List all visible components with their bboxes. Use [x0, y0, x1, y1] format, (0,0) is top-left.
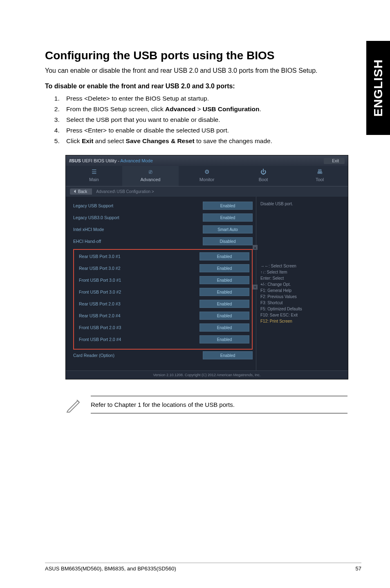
setting-row[interactable]: Rear USB Port 2.0 #4Enabled: [76, 312, 249, 320]
help-key-line: →←: Select Screen: [260, 263, 342, 269]
setting-label: Rear USB Port 2.0 #3: [76, 301, 199, 306]
setting-label: Rear USB Port 3.0 #1: [76, 254, 199, 259]
tab-boot[interactable]: ⏻Boot: [235, 166, 291, 186]
setting-row[interactable]: Intel xHCI ModeSmart Auto: [73, 225, 253, 233]
step-4: Press <Enter> to enable or disable the s…: [61, 127, 361, 134]
note-text: Refer to Chapter 1 for the locations of …: [91, 396, 347, 413]
setting-label: EHCI Hand-off: [73, 239, 203, 244]
bios-settings-panel: Legacy USB SupportEnabledLegacy USB3.0 S…: [66, 197, 256, 370]
tab-advanced[interactable]: ⎚Advanced: [122, 166, 179, 186]
help-keys-list: →←: Select Screen↑↓: Select ItemEnter: S…: [260, 263, 342, 324]
bios-tabs: ☰Main ⎚Advanced ⚙Monitor ⏻Boot 🖶Tool: [66, 166, 348, 186]
setting-label: Legacy USB Support: [73, 203, 203, 208]
highlighted-ports-box: Rear USB Port 3.0 #1EnabledRear USB Port…: [73, 249, 253, 350]
power-icon: ⏻: [235, 168, 291, 176]
setting-value[interactable]: Enabled: [199, 335, 249, 343]
setting-value[interactable]: Smart Auto: [203, 225, 253, 233]
setting-value[interactable]: Disabled: [203, 237, 253, 245]
tab-tool[interactable]: 🖶Tool: [291, 166, 348, 186]
help-key-line: F10: Save ESC: Exit: [260, 312, 342, 318]
setting-value[interactable]: Enabled: [203, 351, 253, 359]
setting-row[interactable]: Rear USB Port 3.0 #2Enabled: [76, 264, 249, 272]
footer-page-number: 57: [356, 566, 361, 572]
setting-row[interactable]: Legacy USB3.0 SupportEnabled: [73, 213, 253, 222]
step-2: From the BIOS Setup screen, click Advanc…: [61, 105, 361, 113]
setting-label: Rear USB Port 3.0 #2: [76, 266, 199, 271]
setting-value[interactable]: Enabled: [199, 323, 249, 332]
help-key-line: F2: Previous Values: [260, 294, 342, 300]
footer-left: ASUS BM6635(MD560), BM6835, and BP6335(S…: [45, 566, 176, 572]
steps-list: Press <Delete> to enter the BIOS Setup a…: [45, 95, 361, 145]
help-key-line: ↑↓: Select Item: [260, 269, 342, 275]
bios-title: /ISUS UEFI BIOS Utility - Advanced Mode: [69, 158, 153, 163]
help-description: Disable USB port.: [260, 202, 342, 263]
help-key-line: F3: Shortcut: [260, 300, 342, 306]
tab-main[interactable]: ☰Main: [66, 166, 122, 186]
breadcrumb: Back Advanced\ USB Configuration >: [66, 186, 348, 197]
setting-row[interactable]: Front USB Port 3.0 #1Enabled: [76, 276, 249, 284]
language-tab-text: ENGLISH: [371, 59, 385, 117]
page-heading: Configuring the USB ports using the BIOS: [45, 49, 361, 62]
setting-label: Front USB Port 2.0 #3: [76, 325, 199, 330]
list-icon: ☰: [66, 168, 122, 176]
tab-monitor[interactable]: ⚙Monitor: [179, 166, 235, 186]
bios-screenshot: /ISUS UEFI BIOS Utility - Advanced Mode …: [65, 155, 348, 379]
back-button[interactable]: Back: [70, 189, 92, 195]
exit-button[interactable]: Exit: [324, 158, 345, 164]
setting-row[interactable]: Legacy USB SupportEnabled: [73, 202, 253, 210]
setting-value[interactable]: Enabled: [203, 213, 253, 222]
language-tab: ENGLISH: [366, 41, 390, 135]
chip-icon: ⎚: [122, 168, 179, 176]
help-key-line: F12: Print Screen: [260, 318, 342, 324]
note-box: Refer to Chapter 1 for the locations of …: [65, 396, 347, 413]
setting-row[interactable]: EHCI Hand-offDisabled: [73, 237, 253, 245]
setting-label: Intel xHCI Mode: [73, 227, 203, 232]
help-key-line: +/-: Change Opt.: [260, 281, 342, 287]
step-1: Press <Delete> to enter the BIOS Setup a…: [61, 95, 361, 102]
note-pencil-icon: [65, 397, 82, 413]
scroll-down-icon[interactable]: ▼: [253, 285, 258, 290]
setting-row[interactable]: Rear USB Port 3.0 #1Enabled: [76, 252, 249, 260]
step-3: Select the USB port that you want to ena…: [61, 116, 361, 123]
tool-icon: 🖶: [291, 168, 348, 176]
setting-value[interactable]: Enabled: [199, 264, 249, 272]
scroll-up-icon[interactable]: ▲: [253, 245, 258, 250]
bios-footer: Version 2.10.1208. Copyright (C) 2012 Am…: [66, 370, 348, 379]
setting-value[interactable]: Enabled: [199, 300, 249, 308]
setting-label: Front USB Port 3.0 #2: [76, 290, 199, 294]
bios-titlebar: /ISUS UEFI BIOS Utility - Advanced Mode …: [66, 155, 348, 166]
setting-row[interactable]: Rear USB Port 2.0 #3Enabled: [76, 300, 249, 308]
setting-value[interactable]: Enabled: [199, 312, 249, 320]
wrench-icon: ⚙: [179, 168, 235, 176]
bios-help-panel: Disable USB port. →←: Select Screen↑↓: S…: [256, 197, 348, 370]
setting-value[interactable]: Enabled: [203, 202, 253, 210]
setting-value[interactable]: Enabled: [199, 276, 249, 284]
setting-label: Legacy USB3.0 Support: [73, 215, 203, 220]
help-key-line: F5: Optimized Defaults: [260, 306, 342, 312]
help-key-line: F1: General Help: [260, 287, 342, 294]
page-footer: ASUS BM6635(MD560), BM6835, and BP6335(S…: [45, 563, 361, 572]
setting-label: Card Reader (Option): [73, 353, 203, 358]
setting-label: Front USB Port 3.0 #1: [76, 278, 199, 283]
setting-value[interactable]: Enabled: [199, 288, 249, 296]
help-key-line: Enter: Select: [260, 275, 342, 281]
breadcrumb-text: Advanced\ USB Configuration >: [96, 189, 154, 194]
intro-text: You can enable or disable the front and …: [45, 66, 361, 75]
subheading: To disable or enable the front and rear …: [45, 83, 361, 90]
setting-label: Front USB Port 2.0 #4: [76, 337, 199, 342]
setting-row[interactable]: Front USB Port 2.0 #3Enabled: [76, 323, 249, 332]
setting-row[interactable]: Front USB Port 3.0 #2Enabled: [76, 288, 249, 296]
setting-row[interactable]: Card Reader (Option) Enabled: [73, 351, 253, 359]
step-5: Click Exit and select Save Changes & Res…: [61, 137, 361, 145]
setting-label: Rear USB Port 2.0 #4: [76, 313, 199, 318]
setting-value[interactable]: Enabled: [199, 252, 249, 260]
setting-row[interactable]: Front USB Port 2.0 #4Enabled: [76, 335, 249, 343]
